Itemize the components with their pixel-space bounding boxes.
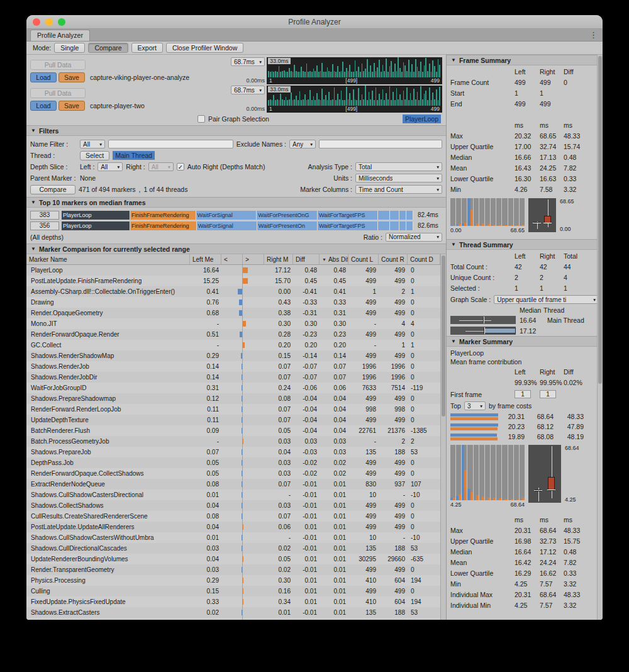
top-frame-row[interactable]: 20.3168.6448.33 bbox=[450, 412, 599, 422]
close-profiler-window-button[interactable]: Close Profiler Window bbox=[166, 43, 243, 53]
marker-row[interactable]: UpdateDepthTexture0.110.07-0.040.0449949… bbox=[26, 415, 440, 425]
marker-row[interactable]: FixedUpdate.PhysicsFixedUpdate0.330.340.… bbox=[26, 596, 440, 607]
column-header[interactable]: Count R bbox=[379, 254, 408, 264]
load-button[interactable]: Load bbox=[30, 72, 57, 82]
column-header[interactable]: Left Me bbox=[190, 254, 221, 264]
compare-mode-button[interactable]: Compare bbox=[88, 43, 128, 53]
thread-summary-header[interactable]: ▼ Thread Summary bbox=[447, 239, 603, 250]
top10-segment[interactable] bbox=[399, 221, 406, 230]
zoom-button[interactable] bbox=[58, 18, 65, 26]
top10-segment[interactable]: FinishFrameRendering bbox=[130, 211, 196, 220]
marker-row[interactable]: BatchRenderer.Flush0.090.05-0.040.042276… bbox=[26, 425, 440, 436]
first-frame-right-button[interactable]: 1 bbox=[540, 390, 556, 398]
pull-data-button[interactable]: Pull Data bbox=[30, 88, 86, 98]
top10-segment[interactable]: WaitForSignal bbox=[197, 221, 257, 230]
marker-row[interactable]: Shadows.CollectShadows0.040.03-0.010.014… bbox=[26, 500, 440, 511]
frame-time-graph[interactable]: 33.0ms 1 [499] 499 bbox=[267, 86, 442, 113]
top-n-dropdown[interactable]: 3 ▾ bbox=[464, 401, 486, 410]
comparison-section-header[interactable]: ▼ Marker Comparison for currently select… bbox=[26, 244, 446, 254]
marker-row[interactable]: WaitForJobGroupID0.310.24-0.060.06763375… bbox=[26, 383, 440, 393]
top10-segment[interactable]: WaitForSignal bbox=[196, 211, 257, 220]
frame-bars[interactable] bbox=[267, 86, 442, 106]
top10-segment[interactable]: PlayerLoop bbox=[62, 211, 130, 220]
units-dropdown[interactable]: Milliseconds ▾ bbox=[355, 174, 442, 182]
marker-row[interactable]: ParticleSystem.UpdateJob0.010.010.010.01… bbox=[26, 618, 440, 620]
pull-data-button[interactable]: Pull Data bbox=[30, 60, 86, 70]
marker-row[interactable]: DepthPass.Job0.050.03-0.020.024994990 bbox=[26, 457, 440, 468]
scrollbar-thumb[interactable] bbox=[598, 56, 602, 384]
frame-bars[interactable] bbox=[267, 57, 442, 77]
marker-row[interactable]: Drawing0.760.43-0.330.334994990 bbox=[26, 297, 440, 308]
frame-index-button[interactable]: 356 bbox=[30, 221, 59, 230]
graph-scale-dropdown[interactable]: Upper quartile of frame ti ▾ bbox=[494, 295, 599, 304]
analysis-type-dropdown[interactable]: Total ▾ bbox=[355, 162, 442, 171]
tab-profile-analyzer[interactable]: Profile Analyzer bbox=[30, 30, 90, 41]
marker-row[interactable]: Shadows.CullShadowCastersDirectional0.01… bbox=[26, 490, 440, 500]
marker-histogram[interactable] bbox=[450, 445, 525, 500]
frame-summary-header[interactable]: ▼ Frame Summary bbox=[447, 55, 603, 65]
marker-columns-dropdown[interactable]: Time and Count ▾ bbox=[355, 185, 442, 194]
marker-row[interactable]: PlayerLoop16.6417.120.480.484994990 bbox=[26, 265, 440, 276]
frame-histogram[interactable] bbox=[450, 198, 525, 226]
marker-row[interactable]: Shadows.CullShadowCastersWithoutUmbra0.0… bbox=[26, 532, 440, 543]
pair-graph-selection-checkbox[interactable] bbox=[198, 115, 205, 123]
minimize-button[interactable] bbox=[45, 18, 53, 26]
top10-segment[interactable] bbox=[406, 211, 413, 220]
top-frame-row[interactable]: 19.8968.0848.19 bbox=[450, 432, 599, 442]
column-header[interactable]: Count L bbox=[348, 254, 379, 264]
top10-segment[interactable] bbox=[378, 221, 390, 230]
depth-left-dropdown[interactable]: All ▾ bbox=[97, 162, 123, 171]
marker-row[interactable]: GC.Collect-0.200.200.20-11 bbox=[26, 340, 440, 350]
marker-row[interactable]: Batch.ProcessGeometryJob-0.030.030.03-22 bbox=[26, 436, 440, 447]
marker-row[interactable]: Shadows.PrepareJob0.070.04-0.030.0313518… bbox=[26, 447, 440, 457]
name-filter-mode-dropdown[interactable]: All ▾ bbox=[80, 140, 105, 148]
marker-row[interactable]: PostLateUpdate.UpdateAllRenderers0.040.0… bbox=[26, 522, 440, 532]
top10-segment[interactable] bbox=[406, 221, 413, 230]
top10-segment[interactable]: WaitForPresentOn bbox=[257, 221, 318, 230]
marker-row[interactable]: UpdateRendererBoundingVolumes0.040.050.0… bbox=[26, 554, 440, 564]
selected-marker-chip[interactable]: PlayerLoop bbox=[403, 115, 441, 123]
auto-right-checkbox[interactable]: ✓ bbox=[177, 163, 184, 171]
thread-select-button[interactable]: Select bbox=[80, 151, 109, 160]
column-header[interactable]: > bbox=[243, 254, 264, 264]
marker-row[interactable]: Culling0.150.160.010.014994990 bbox=[26, 586, 440, 596]
column-header[interactable]: ▼Abs Diff bbox=[320, 254, 348, 264]
top10-segment[interactable]: WaitForTargetFPS bbox=[318, 221, 378, 230]
top10-segment[interactable]: FinishFrameRendering bbox=[130, 221, 197, 230]
export-button[interactable]: Export bbox=[131, 43, 163, 53]
comparison-scrollbar[interactable] bbox=[440, 254, 446, 620]
kebab-menu-icon[interactable]: ⋮ bbox=[589, 30, 598, 40]
marker-row[interactable]: CullResults.CreateSharedRendererScene0.0… bbox=[26, 511, 440, 522]
titlebar[interactable]: Profile Analyzer bbox=[26, 15, 603, 29]
top10-segment[interactable]: PlayerLoop bbox=[62, 221, 130, 230]
summary-scrollbar[interactable] bbox=[597, 55, 603, 620]
scrollbar-thumb[interactable] bbox=[442, 255, 445, 417]
marker-row[interactable]: RenderForward.RenderLoopJob0.110.07-0.04… bbox=[26, 404, 440, 415]
single-mode-button[interactable]: Single bbox=[54, 43, 85, 53]
marker-row[interactable]: RenderForwardOpaque.Render0.510.28-0.230… bbox=[26, 329, 440, 340]
marker-row[interactable]: ExtractRenderNodeQueue0.080.07-0.010.018… bbox=[26, 479, 440, 490]
marker-row[interactable]: Shadows.PrepareShadowmap0.120.08-0.040.0… bbox=[26, 393, 440, 404]
save-button[interactable]: Save bbox=[58, 101, 85, 111]
marker-row[interactable]: Shadows.ExtractCasters0.020.01-0.010.011… bbox=[26, 607, 440, 618]
column-header[interactable]: Diff bbox=[293, 254, 320, 264]
selected-thread-chip[interactable]: Main Thread bbox=[113, 151, 155, 160]
exclude-names-input[interactable] bbox=[319, 140, 442, 148]
marker-row[interactable]: Mono.JIT-0.300.300.30-44 bbox=[26, 318, 440, 329]
y-scale-dropdown[interactable]: 68.7ms ▾ bbox=[231, 57, 265, 66]
save-button[interactable]: Save bbox=[58, 72, 85, 82]
marker-row[interactable]: Assembly-CSharp.dll!::Collectable.OnTrig… bbox=[26, 286, 440, 297]
top-frame-row[interactable]: 20.2368.1247.89 bbox=[450, 422, 599, 432]
ratio-dropdown[interactable]: Normalized ▾ bbox=[386, 233, 442, 242]
top10-segment[interactable] bbox=[390, 221, 399, 230]
top10-segment[interactable]: WaitForTargetFPS bbox=[318, 211, 378, 220]
marker-row[interactable]: Shadows.RenderJob0.140.07-0.070.07199619… bbox=[26, 361, 440, 372]
marker-row[interactable]: Shadows.RenderJobDir0.140.07-0.070.07199… bbox=[26, 372, 440, 383]
marker-row[interactable]: RenderForwardOpaque.CollectShadows0.050.… bbox=[26, 468, 440, 479]
y-scale-dropdown[interactable]: 68.7ms ▾ bbox=[231, 86, 265, 94]
filters-section-header[interactable]: ▼ Filters bbox=[26, 125, 446, 136]
marker-row[interactable]: Render.TransparentGeometry0.030.02-0.010… bbox=[26, 564, 440, 575]
name-filter-input[interactable] bbox=[108, 140, 233, 148]
load-button[interactable]: Load bbox=[30, 101, 57, 111]
top10-segment[interactable] bbox=[378, 211, 390, 220]
